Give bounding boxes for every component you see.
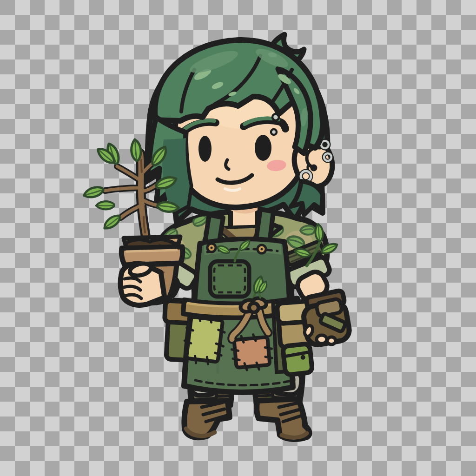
patch-brown: [231, 333, 273, 371]
character-illustration: [0, 0, 476, 476]
green-pouch: [283, 344, 312, 375]
right-eye: [255, 135, 271, 161]
transparent-checkerboard-canvas: [0, 0, 476, 476]
left-boot: [184, 401, 230, 437]
right-boot: [257, 399, 310, 439]
fingerless-glove: [302, 290, 351, 346]
left-eye: [198, 136, 212, 162]
